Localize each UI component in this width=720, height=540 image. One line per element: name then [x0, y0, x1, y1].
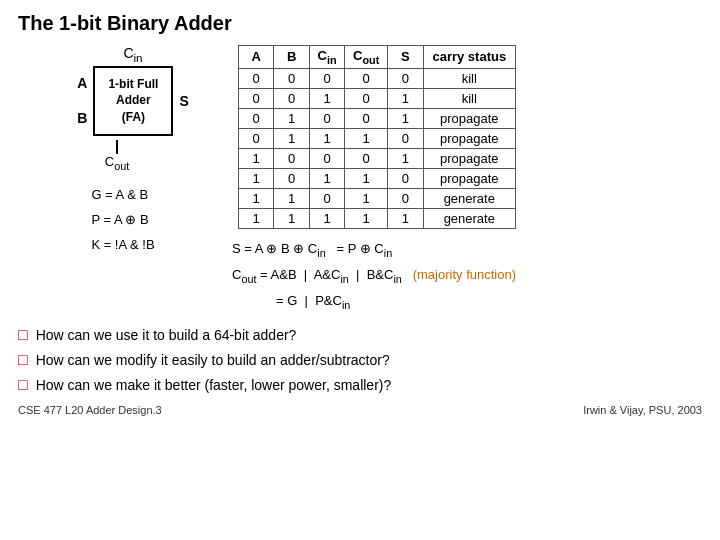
bullet-row-1: □ How can we use it to build a 64-bit ad… [18, 325, 702, 346]
table-cell: 1 [309, 168, 344, 188]
eq-cout: Cout = A&B | A&Cin | B&Cin (majority fun… [232, 263, 516, 289]
truth-table: A B Cin Cout S carry status 00000kill001… [238, 45, 516, 229]
b-label: B [77, 110, 87, 126]
fa-line1: 1-bit Full [108, 76, 158, 93]
table-cell: 0 [388, 188, 423, 208]
page-title: The 1-bit Binary Adder [18, 12, 702, 35]
table-cell: 1 [239, 188, 274, 208]
table-cell: 0 [388, 68, 423, 88]
table-cell: 1 [345, 188, 388, 208]
table-cell: propagate [423, 148, 515, 168]
col-header-a: A [239, 46, 274, 69]
col-header-cin: Cin [309, 46, 344, 69]
table-row: 11111generate [239, 208, 516, 228]
bullet-row-2: □ How can we modify it easily to build a… [18, 350, 702, 371]
bullet-row-3: □ How can we make it better (faster, low… [18, 375, 702, 396]
table-cell: 0 [239, 88, 274, 108]
table-cell: 1 [274, 208, 309, 228]
table-cell: 1 [239, 148, 274, 168]
table-cell: 1 [274, 108, 309, 128]
table-cell: propagate [423, 108, 515, 128]
table-cell: generate [423, 208, 515, 228]
s-output-label: S [179, 93, 188, 109]
table-cell: propagate [423, 128, 515, 148]
table-cell: 1 [345, 168, 388, 188]
table-cell: 1 [239, 168, 274, 188]
table-cell: 1 [388, 88, 423, 108]
table-cell: 0 [345, 88, 388, 108]
eq-p: P = A ⊕ B [91, 208, 154, 233]
table-cell: 1 [345, 128, 388, 148]
table-cell: 0 [274, 68, 309, 88]
col-header-status: carry status [423, 46, 515, 69]
table-cell: generate [423, 188, 515, 208]
table-cell: 0 [388, 168, 423, 188]
table-row: 10110propagate [239, 168, 516, 188]
table-cell: 0 [388, 128, 423, 148]
table-cell: 0 [274, 88, 309, 108]
table-cell: kill [423, 88, 515, 108]
table-cell: 1 [388, 108, 423, 128]
cin-top-label: Cin [123, 45, 142, 61]
fa-line3: (FA) [122, 109, 145, 126]
table-cell: 0 [239, 128, 274, 148]
table-cell: 0 [274, 148, 309, 168]
col-header-s: S [388, 46, 423, 69]
footer-left: CSE 477 L20 Adder Design.3 [18, 404, 162, 416]
table-cell: 0 [309, 148, 344, 168]
fa-line2: Adder [116, 92, 151, 109]
table-cell: 1 [309, 88, 344, 108]
table-cell: 1 [345, 208, 388, 228]
table-cell: 0 [309, 108, 344, 128]
table-cell: 0 [309, 68, 344, 88]
table-row: 01001propagate [239, 108, 516, 128]
a-label: A [77, 75, 87, 91]
table-row: 00000kill [239, 68, 516, 88]
table-cell: propagate [423, 168, 515, 188]
eq-cout-2: = G | P&Cin [276, 289, 516, 315]
col-header-cout: Cout [345, 46, 388, 69]
cout-label: Cout [105, 154, 129, 172]
table-row: 10001propagate [239, 148, 516, 168]
eq-s: S = A ⊕ B ⊕ Cin = P ⊕ Cin [232, 237, 516, 263]
table-cell: 0 [309, 188, 344, 208]
table-cell: 1 [274, 128, 309, 148]
table-row: 11010generate [239, 188, 516, 208]
table-cell: 1 [309, 128, 344, 148]
table-cell: 1 [239, 208, 274, 228]
eq-g: G = A & B [91, 183, 154, 208]
fa-box: 1-bit Full Adder (FA) [93, 66, 173, 136]
table-cell: 1 [309, 208, 344, 228]
table-cell: kill [423, 68, 515, 88]
table-cell: 0 [345, 68, 388, 88]
col-header-b: B [274, 46, 309, 69]
table-cell: 1 [274, 188, 309, 208]
table-cell: 0 [239, 108, 274, 128]
table-cell: 0 [345, 108, 388, 128]
table-cell: 1 [388, 148, 423, 168]
table-cell: 0 [274, 168, 309, 188]
table-row: 00101kill [239, 88, 516, 108]
footer-right: Irwin & Vijay, PSU, 2003 [583, 404, 702, 416]
table-cell: 1 [388, 208, 423, 228]
table-row: 01110propagate [239, 128, 516, 148]
table-cell: 0 [239, 68, 274, 88]
table-cell: 0 [345, 148, 388, 168]
eq-k: K = !A & !B [91, 233, 154, 258]
